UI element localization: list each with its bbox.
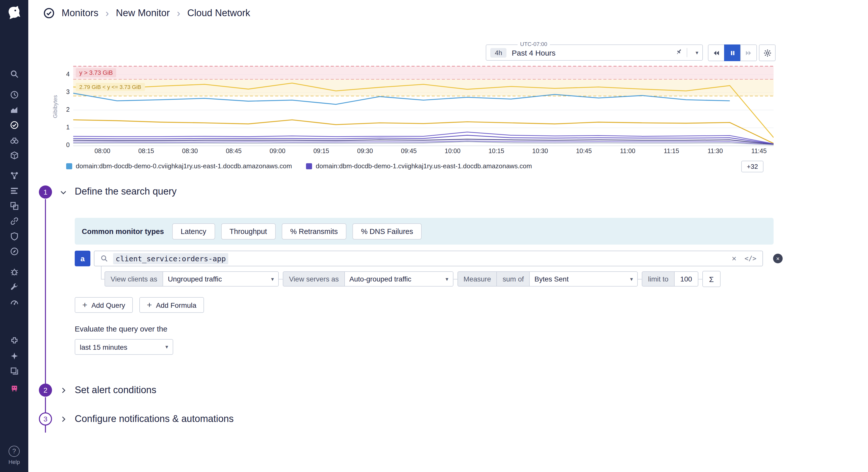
chart-settings-button[interactable] <box>759 45 776 61</box>
add-buttons-row: + Add Query + Add Formula <box>75 297 204 313</box>
sidebar-item-monitors[interactable] <box>0 118 28 132</box>
chevron-down-icon: ▾ <box>445 276 448 282</box>
sidebar-item-pipelines[interactable] <box>0 183 28 198</box>
divider <box>687 48 687 57</box>
bug-icon <box>10 267 19 276</box>
y-tick-label: 4 <box>57 70 70 78</box>
monitor-type-buttons: LatencyThroughput% Retransmits% DNS Fail… <box>172 223 422 239</box>
invader-icon <box>10 384 19 392</box>
legend-item[interactable]: domain:dbm-docdb-demo-1.cviighkaj1ry.us-… <box>306 162 532 170</box>
x-tick-label: 11:30 <box>707 148 723 155</box>
search-query-input[interactable]: client_service:orders-app × </> <box>94 250 763 266</box>
view-clients-value: Ungrouped traffic <box>168 275 222 283</box>
monitor-type-button-retransmits[interactable]: % Retransmits <box>281 223 346 239</box>
sidebar-help[interactable]: ? Help <box>0 446 28 465</box>
legend-label: domain:dbm-docdb-demo-1.cviighkaj1ry.us-… <box>316 162 532 170</box>
playback-controls <box>708 45 757 61</box>
query-token[interactable]: client_service:orders-app <box>113 253 228 264</box>
sidebar-item-search[interactable] <box>0 67 28 81</box>
sidebar-item-security[interactable] <box>0 229 28 243</box>
step-2-title[interactable]: Set alert conditions <box>75 385 156 396</box>
breadcrumb-monitors[interactable]: Monitors <box>62 7 98 19</box>
evaluate-window-value: last 15 minutes <box>80 343 127 351</box>
connector <box>698 279 702 279</box>
traffic-chart[interactable]: y > 3.73 GiB2.79 GiB < y <= 3.73 GiB <box>73 66 774 146</box>
datadog-logo-icon[interactable] <box>5 4 23 22</box>
evaluate-window-select[interactable]: last 15 minutes ▾ <box>75 339 173 355</box>
legend-swatch <box>306 163 312 169</box>
pause-button[interactable] <box>724 45 741 61</box>
app-sidebar: ? Help <box>0 0 28 472</box>
check-circle-icon <box>10 120 19 129</box>
view-clients-select[interactable]: Ungrouped traffic ▾ <box>163 271 279 287</box>
time-range-chip[interactable]: 4h <box>490 48 507 57</box>
chevron-right-icon[interactable] <box>60 415 67 425</box>
sidebar-item-plugins[interactable] <box>0 333 28 348</box>
sidebar-item-infrastructure[interactable] <box>0 133 28 147</box>
view-clients-label: View clients as <box>104 271 163 287</box>
view-servers-select[interactable]: Auto-grouped traffic ▾ <box>344 271 454 287</box>
x-tick-label: 09:15 <box>313 148 329 155</box>
measure-select[interactable]: Bytes Sent ▾ <box>529 271 638 287</box>
query-letter-badge[interactable]: a <box>75 250 90 266</box>
breadcrumb-cloud-network[interactable]: Cloud Network <box>187 7 250 19</box>
sidebar-item-ai-assist[interactable] <box>0 349 28 363</box>
sidebar-item-error-tracking[interactable] <box>0 264 28 278</box>
magnifier-icon <box>10 69 19 78</box>
x-tick-label: 11:45 <box>751 148 767 155</box>
sidebar-item-usage[interactable] <box>0 295 28 309</box>
monitor-type-button-dns-failures[interactable]: % DNS Failures <box>352 223 422 239</box>
chevron-down-icon[interactable] <box>60 188 67 198</box>
sidebar-item-dashboards[interactable] <box>0 199 28 213</box>
legend-more-badge[interactable]: +32 <box>741 161 764 172</box>
sigma-button[interactable]: Σ <box>702 271 720 287</box>
sidebar-item-workspaces[interactable] <box>0 364 28 378</box>
time-range-picker[interactable]: UTC-07:00 4h Past 4 Hours ▾ <box>486 45 703 61</box>
sidebar-item-integrations[interactable] <box>0 214 28 228</box>
pin-icon[interactable] <box>675 48 683 57</box>
binoculars-icon <box>10 136 19 144</box>
windows-icon <box>10 201 19 210</box>
step-3-title[interactable]: Configure notifications & automations <box>75 413 234 424</box>
gauge-icon <box>10 297 19 306</box>
limit-input[interactable]: 100 <box>674 271 698 287</box>
code-view-icon[interactable]: </> <box>745 255 756 262</box>
measure-label: Measure <box>458 271 497 287</box>
query-settings-row: View clients as Ungrouped traffic ▾ View… <box>104 271 720 287</box>
breadcrumb-new-monitor[interactable]: New Monitor <box>116 7 170 19</box>
clock-icon <box>10 90 19 99</box>
chevron-down-icon[interactable]: ▾ <box>695 49 698 56</box>
x-tick-label: 08:30 <box>182 148 198 155</box>
step-3-badge: 3 <box>39 412 52 425</box>
sidebar-item-history[interactable] <box>0 87 28 101</box>
fast-forward-button[interactable] <box>740 45 757 61</box>
remove-query-button[interactable]: × <box>773 254 783 263</box>
monitor-type-button-latency[interactable]: Latency <box>172 223 215 239</box>
view-servers-label: View servers as <box>283 271 345 287</box>
step-rail <box>45 397 46 413</box>
time-range-label: Past 4 Hours <box>512 48 555 57</box>
step-1-title[interactable]: Define the search query <box>75 186 177 197</box>
legend-item[interactable]: domain:dbm-docdb-demo-0.cviighkaj1ry.us-… <box>66 162 292 170</box>
x-tick-label: 10:15 <box>489 148 504 155</box>
view-servers-value: Auto-grouped traffic <box>349 275 411 283</box>
monitor-type-button-throughput[interactable]: Throughput <box>221 223 275 239</box>
help-label: Help <box>0 459 28 465</box>
sidebar-item-bits-ai[interactable] <box>0 381 28 395</box>
sidebar-item-containers[interactable] <box>0 148 28 162</box>
pipeline-icon <box>10 186 19 195</box>
add-query-button[interactable]: + Add Query <box>75 297 133 313</box>
compass-icon <box>10 247 19 256</box>
sidebar-item-tools[interactable] <box>0 279 28 294</box>
sidebar-item-service-map[interactable] <box>0 168 28 182</box>
sidebar-item-synthetics[interactable] <box>0 244 28 258</box>
help-icon[interactable]: ? <box>8 446 20 457</box>
clear-query-icon[interactable]: × <box>732 254 737 263</box>
add-formula-label: Add Formula <box>156 301 196 309</box>
rewind-button[interactable] <box>708 45 724 61</box>
common-monitor-types-banner: Common monitor types LatencyThroughput% … <box>75 218 774 244</box>
sidebar-item-metrics[interactable] <box>0 102 28 117</box>
chevron-right-icon[interactable] <box>60 387 67 396</box>
add-formula-button[interactable]: + Add Formula <box>140 297 204 313</box>
measure-value: Bytes Sent <box>534 275 568 283</box>
